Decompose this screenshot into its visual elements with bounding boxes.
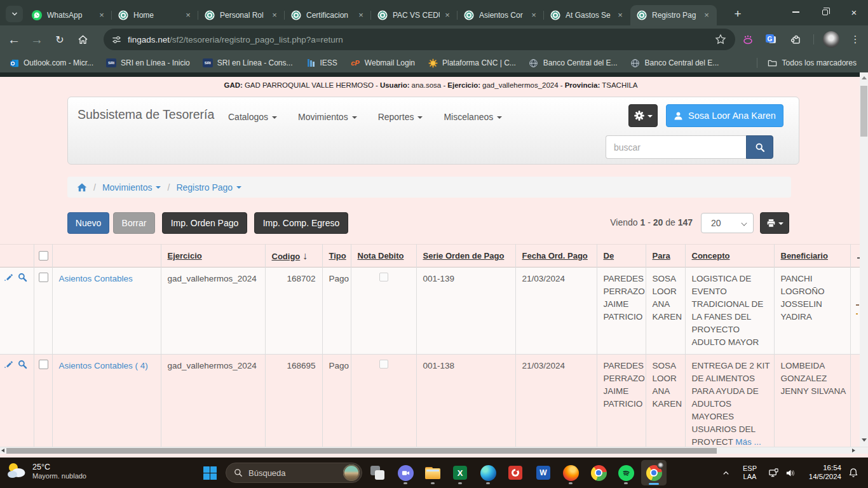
row-checkbox[interactable]: [39, 273, 48, 282]
spotify-button[interactable]: [614, 461, 638, 485]
scroll-right-arrow[interactable]: [852, 449, 855, 452]
tab-close-icon[interactable]: ×: [442, 10, 452, 20]
menu-catalogos[interactable]: Catalogos: [228, 112, 277, 122]
tab-pac-vs-cedu[interactable]: PAC VS CEDU ×: [371, 5, 458, 25]
window-close-button[interactable]: ×: [839, 0, 868, 24]
search-input[interactable]: [606, 135, 746, 159]
tab-personal-rol[interactable]: Personal Rol ×: [198, 5, 285, 25]
tab-close-icon[interactable]: ×: [529, 10, 539, 20]
view-magnifier-icon[interactable]: [18, 360, 27, 373]
search-button[interactable]: [746, 135, 773, 159]
tab-close-icon[interactable]: ×: [702, 10, 712, 20]
tab-close-icon[interactable]: ×: [97, 10, 107, 20]
tab-at-gastos[interactable]: At Gastos Se ×: [544, 5, 630, 25]
notifications-button[interactable]: [844, 458, 863, 488]
bookmark-iess[interactable]: IESS: [306, 58, 337, 68]
extension-pink-icon[interactable]: [738, 25, 758, 53]
firefox-button[interactable]: [559, 461, 583, 485]
menu-reportes[interactable]: Reportes: [378, 112, 423, 122]
record-link[interactable]: Asientos Contables: [59, 274, 133, 283]
header-de[interactable]: De: [597, 245, 646, 268]
window-minimize-button[interactable]: [781, 0, 810, 24]
window-restore-button[interactable]: [810, 0, 839, 24]
header-beneficiario[interactable]: Beneficiario: [774, 245, 850, 268]
bookmark-plataforma-cnc[interactable]: Plataforma CNC | C...: [428, 58, 516, 68]
tab-registro-pago-active[interactable]: Registro Pag ×: [630, 5, 717, 25]
home-button[interactable]: [72, 25, 93, 53]
tab-close-icon[interactable]: ×: [269, 10, 280, 20]
volume-tray-icon[interactable]: [781, 458, 799, 488]
translate-extension-icon[interactable]: G: [761, 25, 781, 53]
tab-close-icon[interactable]: ×: [615, 10, 625, 20]
edge-button[interactable]: [476, 461, 500, 485]
imp-orden-pago-button[interactable]: Imp. Orden Pago: [162, 212, 247, 234]
header-codigo[interactable]: Codigo ↓: [265, 245, 322, 268]
record-link[interactable]: Asientos Contables ( 4): [59, 361, 148, 370]
header-nota-debito[interactable]: Nota Debito: [351, 245, 416, 268]
select-all-checkbox[interactable]: [39, 251, 48, 261]
page-size-select[interactable]: 20: [701, 213, 754, 233]
excel-button[interactable]: X: [448, 461, 472, 485]
reload-button[interactable]: ↻: [49, 25, 71, 53]
teams-chat-button[interactable]: [393, 461, 417, 485]
header-para[interactable]: Para: [646, 245, 685, 268]
user-button[interactable]: Sosa Loor Ana Karen: [666, 104, 783, 127]
home-icon[interactable]: [77, 182, 87, 193]
breadcrumb-movimientos[interactable]: Movimientos: [102, 182, 161, 193]
header-fecha[interactable]: Fecha Ord. Pago: [515, 245, 597, 268]
tray-expand-button[interactable]: [717, 458, 735, 488]
network-tray-icon[interactable]: [764, 458, 782, 488]
taskbar-clock[interactable]: 16:54 14/5/2024: [802, 458, 841, 488]
all-bookmarks-button[interactable]: Todos los marcadores: [768, 58, 857, 68]
tab-asientos[interactable]: Asientos Cor ×: [458, 5, 544, 25]
menu-miscelaneos[interactable]: Miscelaneos: [444, 112, 502, 122]
more-link[interactable]: Más ...: [735, 437, 761, 447]
pdf-app-button[interactable]: [503, 461, 527, 485]
word-button[interactable]: W: [531, 461, 555, 485]
task-view-button[interactable]: [365, 461, 390, 485]
tab-home[interactable]: Home ×: [112, 5, 198, 25]
taskbar-search-box[interactable]: Búsqueda: [226, 463, 362, 483]
menu-movimientos[interactable]: Movimientos: [298, 112, 357, 122]
edit-pencil-icon[interactable]: [4, 360, 13, 373]
header-ejercicio[interactable]: Ejercicio: [161, 245, 265, 268]
imp-comp-egreso-button[interactable]: Imp. Comp. Egreso: [254, 212, 348, 234]
tab-close-icon[interactable]: ×: [183, 10, 193, 20]
header-concepto[interactable]: Concepto: [685, 245, 774, 268]
browser-menu-icon[interactable]: ⋮: [845, 25, 865, 53]
scroll-up-arrow[interactable]: [862, 76, 867, 79]
vertical-scrollbar[interactable]: [860, 72, 868, 447]
taskbar-weather-widget[interactable]: 25°C Mayorm. nublado: [6, 461, 86, 481]
edit-pencil-icon[interactable]: [4, 273, 13, 286]
bookmark-star-icon[interactable]: [715, 34, 726, 45]
horizontal-scroll-thumb[interactable]: [6, 448, 717, 454]
profile-avatar[interactable]: [821, 25, 841, 53]
tab-search-button[interactable]: [6, 6, 23, 22]
forward-button[interactable]: →: [26, 25, 48, 53]
bookmark-sri-inicio[interactable]: SRI SRI en Línea - Inicio: [106, 58, 190, 68]
breadcrumb-registro-pago[interactable]: Registro Pago: [176, 182, 241, 193]
nuevo-button[interactable]: Nuevo: [67, 212, 109, 234]
horizontal-scrollbar[interactable]: [0, 447, 868, 454]
nota-debito-checkbox[interactable]: [379, 273, 388, 281]
start-button[interactable]: [198, 461, 222, 485]
new-tab-button[interactable]: +: [730, 6, 745, 22]
header-tipo[interactable]: Tipo: [322, 245, 351, 268]
bookmark-sri-consultas[interactable]: SRI SRI en Línea - Cons...: [203, 58, 293, 68]
bookmark-banco-central-2[interactable]: Banco Central del E...: [630, 58, 719, 68]
scroll-down-arrow[interactable]: [862, 438, 867, 442]
print-button[interactable]: [760, 212, 789, 234]
extensions-puzzle-icon[interactable]: [786, 25, 806, 53]
row-checkbox[interactable]: [39, 360, 48, 369]
header-serie[interactable]: Serie Orden de Pago: [416, 245, 515, 268]
scroll-left-arrow[interactable]: [1, 449, 4, 452]
view-magnifier-icon[interactable]: [18, 273, 27, 286]
bookmark-webmail[interactable]: cP Webmail Login: [350, 58, 415, 68]
vertical-scroll-thumb[interactable]: [860, 86, 867, 137]
tab-whatsapp[interactable]: WhatsApp ×: [25, 5, 112, 25]
tab-close-icon[interactable]: ×: [356, 10, 366, 20]
borrar-button[interactable]: Borrar: [113, 212, 155, 234]
tab-certificacion[interactable]: Certificacion ×: [285, 5, 371, 25]
address-bar[interactable]: fingads.net/sf2/tesoreria/registro_pago_…: [104, 29, 735, 50]
bookmark-outlook[interactable]: Outlook.com - Micr...: [9, 58, 93, 68]
